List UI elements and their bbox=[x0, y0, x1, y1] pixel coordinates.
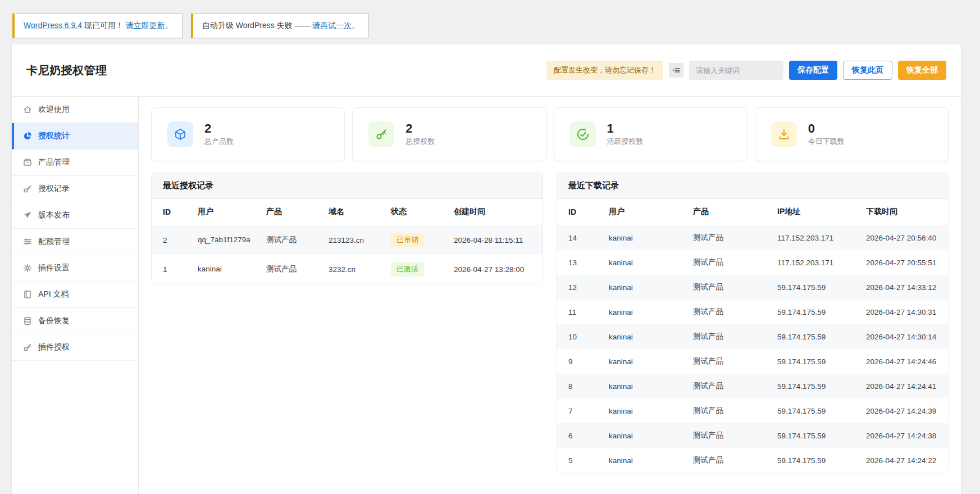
archive-box-icon bbox=[23, 158, 32, 167]
stat-value: 0 bbox=[808, 123, 845, 135]
upgrade-failed-notice: 自动升级 WordPress 失败 —— 请再试一次。 bbox=[191, 13, 370, 38]
column-header: 域名 bbox=[322, 199, 384, 225]
column-header: 下载时间 bbox=[859, 199, 948, 225]
main-content: 2 总产品数 2 总授权数 bbox=[139, 97, 961, 494]
stat-card-products: 2 总产品数 bbox=[151, 107, 345, 161]
key-icon bbox=[368, 121, 394, 147]
sidebar-item-products[interactable]: 产品管理 bbox=[12, 149, 138, 176]
update-notice-text: 现已可用！ bbox=[82, 21, 126, 30]
sidebar-item-backup[interactable]: 备份恢复 bbox=[12, 308, 138, 334]
home-icon bbox=[23, 105, 32, 114]
collapse-lines-icon bbox=[672, 66, 680, 74]
key-icon bbox=[23, 184, 32, 193]
update-notice: WordPress 6.9.4 现已可用！ 请立即更新。 bbox=[12, 13, 183, 38]
column-header: 产品 bbox=[686, 199, 771, 225]
column-header: ID bbox=[557, 199, 602, 225]
panel-header: 卡尼奶授权管理 配置发生改变，请勿忘记保存！ 保存配置 恢复此页 恢复全部 bbox=[12, 44, 961, 96]
sidebar-item-settings[interactable]: 插件设置 bbox=[12, 255, 138, 282]
sidebar-item-label: API 文档 bbox=[38, 289, 69, 300]
sidebar-item-label: 授权统计 bbox=[38, 131, 70, 141]
table-row: 8 kaninai 测试产品 59.174.175.59 2026-04-27 … bbox=[557, 374, 948, 398]
table-row: 12 kaninai 测试产品 59.174.175.59 2026-04-27… bbox=[557, 275, 948, 300]
stat-value: 1 bbox=[607, 123, 644, 135]
table-row: 1 kaninai 测试产品 3232.cn 已激活 2026-04-27 13… bbox=[152, 255, 543, 284]
sliders-icon bbox=[23, 237, 32, 246]
table-row: 11 kaninai 测试产品 59.174.175.59 2026-04-27… bbox=[557, 300, 948, 324]
sidebar-item-license-stats[interactable]: 授权统计 bbox=[12, 123, 138, 149]
column-header: IP地址 bbox=[771, 199, 859, 225]
recent-licenses-title: 最近授权记录 bbox=[152, 173, 543, 199]
table-row: 7 kaninai 测试产品 59.174.175.59 2026-04-27 … bbox=[557, 398, 948, 423]
restore-all-button[interactable]: 恢复全部 bbox=[898, 61, 946, 80]
stat-card-active-licenses: 1 活跃授权数 bbox=[554, 107, 747, 161]
table-row: 6 kaninai 测试产品 59.174.175.59 2026-04-27 … bbox=[557, 423, 948, 448]
header-controls: 配置发生改变，请勿忘记保存！ 保存配置 恢复此页 恢复全部 bbox=[546, 61, 946, 80]
recent-licenses-panel: 最近授权记录 ID 用户 产品 域名 状态 创建时间 bbox=[151, 173, 543, 284]
stat-value: 2 bbox=[204, 123, 234, 135]
sidebar-item-quota[interactable]: 配额管理 bbox=[12, 229, 138, 255]
sidebar-nav: 欢迎使用 授权统计 产品管理 授权记录 bbox=[12, 97, 139, 494]
sidebar-item-releases[interactable]: 版本发布 bbox=[12, 202, 138, 229]
wordpress-version-link[interactable]: WordPress 6.9.4 bbox=[24, 21, 82, 30]
table-row: 13 kaninai 测试产品 117.152.203.171 2026-04-… bbox=[557, 250, 948, 275]
column-header: 创建时间 bbox=[447, 199, 543, 225]
sidebar-item-license-records[interactable]: 授权记录 bbox=[12, 176, 138, 202]
column-header: 用户 bbox=[602, 199, 686, 225]
page-title: 卡尼奶授权管理 bbox=[26, 63, 107, 78]
recent-downloads-title: 最近下载记录 bbox=[557, 173, 948, 199]
sidebar-item-label: 欢迎使用 bbox=[38, 105, 70, 115]
recent-downloads-panel: 最近下载记录 ID 用户 产品 IP地址 下载时间 bbox=[557, 173, 949, 473]
rocket-icon bbox=[23, 211, 32, 220]
stat-label: 今日下载数 bbox=[808, 137, 845, 147]
update-now-link[interactable]: 请立即更新 bbox=[126, 21, 165, 30]
stat-label: 总产品数 bbox=[204, 137, 234, 147]
try-again-link[interactable]: 请再试一次 bbox=[312, 21, 352, 30]
sidebar-item-welcome[interactable]: 欢迎使用 bbox=[12, 97, 138, 123]
stat-label: 总授权数 bbox=[405, 137, 435, 147]
sidebar-item-label: 备份恢复 bbox=[38, 316, 70, 326]
pie-chart-icon bbox=[23, 132, 32, 141]
sidebar-item-label: 配额管理 bbox=[38, 237, 70, 247]
sidebar-item-label: 授权记录 bbox=[38, 184, 70, 194]
sidebar-item-plugin-license[interactable]: 插件授权 bbox=[12, 334, 138, 361]
table-row: 9 kaninai 测试产品 59.174.175.59 2026-04-27 … bbox=[557, 349, 948, 374]
restore-page-button[interactable]: 恢复此页 bbox=[843, 61, 892, 80]
search-input[interactable] bbox=[689, 61, 783, 80]
sidebar-item-api-docs[interactable]: API 文档 bbox=[12, 282, 138, 308]
stats-row: 2 总产品数 2 总授权数 bbox=[151, 107, 949, 161]
column-header: 状态 bbox=[384, 199, 447, 225]
table-row: 14 kaninai 测试产品 117.152.203.171 2026-04-… bbox=[557, 225, 948, 251]
collapse-button[interactable] bbox=[669, 63, 683, 78]
download-icon bbox=[771, 121, 797, 147]
stat-card-downloads-today: 0 今日下载数 bbox=[755, 107, 949, 161]
sidebar-item-label: 插件授权 bbox=[38, 342, 70, 352]
column-header: 用户 bbox=[191, 199, 259, 225]
recent-downloads-table: ID 用户 产品 IP地址 下载时间 14 kaninai 测试 bbox=[557, 199, 948, 473]
column-header: ID bbox=[152, 199, 191, 225]
unsaved-changes-badge: 配置发生改变，请勿忘记保存！ bbox=[546, 61, 663, 80]
sidebar-item-label: 插件设置 bbox=[38, 263, 70, 273]
cube-icon bbox=[167, 121, 193, 147]
status-badge: 已吊销 bbox=[391, 233, 424, 247]
check-circle-icon bbox=[570, 121, 596, 147]
admin-notices: WordPress 6.9.4 现已可用！ 请立即更新。 自动升级 WordPr… bbox=[0, 0, 980, 38]
column-header: 产品 bbox=[259, 199, 322, 225]
stat-label: 活跃授权数 bbox=[607, 137, 644, 147]
stat-card-licenses: 2 总授权数 bbox=[352, 107, 546, 161]
stat-value: 2 bbox=[405, 123, 435, 135]
sidebar-item-label: 版本发布 bbox=[38, 210, 70, 220]
sidebar-item-label: 产品管理 bbox=[38, 157, 70, 167]
database-icon bbox=[23, 316, 32, 325]
status-badge: 已激活 bbox=[391, 262, 424, 277]
upgrade-failed-text: 自动升级 WordPress 失败 —— bbox=[202, 21, 313, 30]
table-row: 5 kaninai 测试产品 59.174.175.59 2026-04-27 … bbox=[557, 448, 948, 473]
table-row: 10 kaninai 测试产品 59.174.175.59 2026-04-27… bbox=[557, 324, 948, 349]
recent-licenses-table: ID 用户 产品 域名 状态 创建时间 2 qq_7ab1f12 bbox=[152, 199, 543, 284]
key-icon bbox=[23, 343, 32, 352]
table-row: 2 qq_7ab1f1279a 测试产品 213123.cn 已吊销 2026-… bbox=[152, 225, 543, 255]
gear-icon bbox=[23, 264, 32, 273]
plugin-admin-panel: 卡尼奶授权管理 配置发生改变，请勿忘记保存！ 保存配置 恢复此页 恢复全部 bbox=[11, 44, 961, 494]
book-icon bbox=[23, 290, 32, 299]
save-config-button[interactable]: 保存配置 bbox=[789, 61, 837, 80]
